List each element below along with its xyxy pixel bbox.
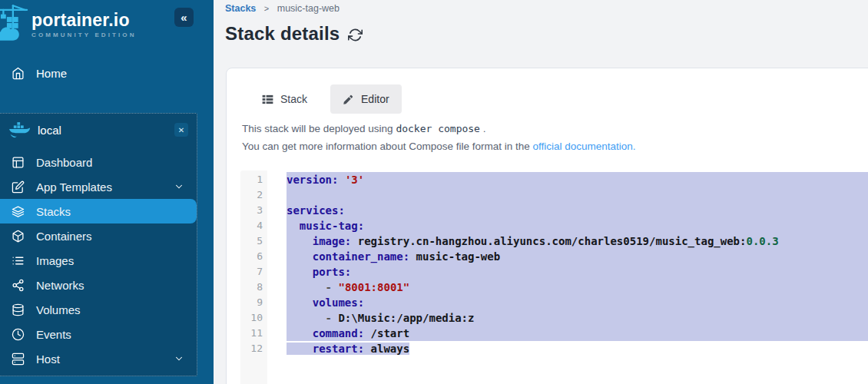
tab-editor[interactable]: Editor bbox=[330, 84, 402, 114]
sidebar-item-events[interactable]: Events bbox=[0, 322, 197, 346]
volumes-icon bbox=[12, 303, 25, 316]
sidebar: portainer.io COMMUNITY EDITION « Home bbox=[0, 0, 214, 384]
line-number: 5 bbox=[240, 233, 267, 249]
code-line[interactable]: command: /start bbox=[267, 326, 868, 341]
breadcrumb-current: music-tag-web bbox=[277, 3, 340, 14]
line-number: 8 bbox=[240, 280, 267, 295]
code-line[interactable]: - "8001:8001" bbox=[267, 280, 868, 295]
code-line[interactable]: container_name: music-tag-web bbox=[267, 249, 868, 264]
app-title: portainer.io bbox=[31, 11, 137, 30]
code-line[interactable]: services: bbox=[267, 203, 868, 218]
sidebar-item-label: Containers bbox=[36, 230, 92, 243]
stack-details-card: Stack Editor This stack will be deployed… bbox=[226, 68, 868, 384]
close-icon: ✕ bbox=[178, 126, 184, 134]
images-icon bbox=[12, 254, 25, 267]
sidebar-item-label: Dashboard bbox=[36, 156, 92, 169]
breadcrumb-stacks-link[interactable]: Stacks bbox=[225, 3, 256, 14]
sidebar-item-networks[interactable]: Networks bbox=[0, 273, 197, 297]
tab-stack-label: Stack bbox=[280, 93, 307, 105]
networks-icon bbox=[12, 279, 25, 292]
host-icon bbox=[12, 353, 25, 366]
sidebar-item-host[interactable]: Host bbox=[0, 346, 197, 371]
line-number: 6 bbox=[240, 249, 267, 264]
code-line[interactable]: restart: always bbox=[267, 341, 868, 356]
breadcrumb: Stacks > music-tag-web bbox=[225, 3, 340, 14]
sidebar-item-label: Volumes bbox=[36, 303, 81, 316]
docker-whale-icon bbox=[9, 121, 30, 138]
code-line[interactable]: - D:\Music:/app/media:z bbox=[267, 310, 868, 326]
sidebar-item-dashboard[interactable]: Dashboard bbox=[0, 150, 197, 174]
tabs: Stack Editor bbox=[250, 84, 402, 114]
sidebar-item-label: Networks bbox=[36, 279, 84, 292]
double-chevron-left-icon: « bbox=[181, 11, 187, 24]
page-title-row: Stack details bbox=[225, 23, 363, 45]
environment-local[interactable]: local ✕ bbox=[0, 114, 197, 146]
app-templates-icon bbox=[12, 180, 25, 194]
dashboard-icon bbox=[12, 156, 25, 169]
page-title: Stack details bbox=[225, 23, 340, 45]
official-documentation-link[interactable]: official documentation bbox=[532, 141, 632, 152]
list-grid-icon bbox=[262, 94, 273, 105]
home-label: Home bbox=[36, 67, 67, 80]
refresh-icon[interactable] bbox=[348, 28, 363, 42]
sidebar-item-images[interactable]: Images bbox=[0, 248, 197, 273]
app-edition: COMMUNITY EDITION bbox=[31, 31, 137, 38]
chevron-down-icon bbox=[174, 181, 184, 192]
line-number: 10 bbox=[240, 310, 267, 326]
compose-code-editor[interactable]: 123456789101112 version: '3'services: mu… bbox=[240, 170, 868, 384]
editor-gutter: 123456789101112 bbox=[240, 170, 267, 384]
code-line[interactable] bbox=[267, 187, 868, 203]
sidebar-item-label: Images bbox=[36, 254, 74, 267]
breadcrumb-separator: > bbox=[264, 4, 269, 13]
line-number: 9 bbox=[240, 295, 267, 310]
stacks-icon bbox=[12, 205, 25, 218]
sidebar-item-label: Host bbox=[36, 353, 60, 366]
sidebar-item-stacks[interactable]: Stacks bbox=[0, 199, 197, 223]
line-number: 12 bbox=[240, 341, 267, 356]
sidebar-item-containers[interactable]: Containers bbox=[0, 223, 197, 248]
line-number: 4 bbox=[240, 218, 267, 233]
sidebar-item-app-templates[interactable]: App Templates bbox=[0, 174, 197, 199]
environment-name: local bbox=[38, 124, 61, 137]
code-line[interactable]: volumes: bbox=[267, 295, 868, 310]
sidebar-item-home[interactable]: Home bbox=[0, 63, 214, 83]
inline-code-docker-compose: docker compose bbox=[396, 123, 480, 134]
sidebar-item-volumes[interactable]: Volumes bbox=[0, 297, 197, 322]
code-line[interactable]: image: registry.cn-hangzhou.aliyuncs.com… bbox=[267, 233, 868, 249]
main-area: Stacks > music-tag-web Stack details bbox=[214, 0, 868, 384]
environment-section: local ✕ DashboardApp TemplatesStacksCont… bbox=[0, 113, 197, 376]
code-line[interactable]: version: '3' bbox=[267, 172, 868, 187]
line-number: 1 bbox=[240, 172, 267, 187]
sidebar-menu: DashboardApp TemplatesStacksContainersIm… bbox=[0, 150, 197, 371]
chevron-down-icon bbox=[174, 353, 184, 364]
environment-close-button[interactable]: ✕ bbox=[174, 123, 188, 137]
home-icon bbox=[12, 67, 25, 80]
line-number: 3 bbox=[240, 203, 267, 218]
containers-icon bbox=[12, 230, 25, 243]
code-line[interactable]: ports: bbox=[267, 264, 868, 280]
events-icon bbox=[12, 328, 25, 341]
line-number: 7 bbox=[240, 264, 267, 280]
code-line[interactable]: music-tag: bbox=[267, 218, 868, 233]
compose-doc-text: You can get more information about Compo… bbox=[242, 141, 636, 152]
portainer-logo-icon bbox=[0, 4, 31, 45]
line-number: 11 bbox=[240, 326, 267, 341]
sidebar-item-label: Stacks bbox=[36, 205, 71, 218]
sidebar-item-label: App Templates bbox=[36, 180, 112, 194]
deploy-info-text: This stack will be deployed using docker… bbox=[242, 123, 485, 134]
tab-stack[interactable]: Stack bbox=[250, 84, 320, 114]
sidebar-collapse-button[interactable]: « bbox=[174, 8, 194, 27]
sidebar-item-label: Events bbox=[36, 328, 71, 341]
editor-code-area[interactable]: version: '3'services: music-tag: image: … bbox=[267, 170, 868, 384]
tab-editor-label: Editor bbox=[361, 93, 389, 105]
line-number: 2 bbox=[240, 187, 267, 203]
pencil-icon bbox=[343, 94, 354, 105]
